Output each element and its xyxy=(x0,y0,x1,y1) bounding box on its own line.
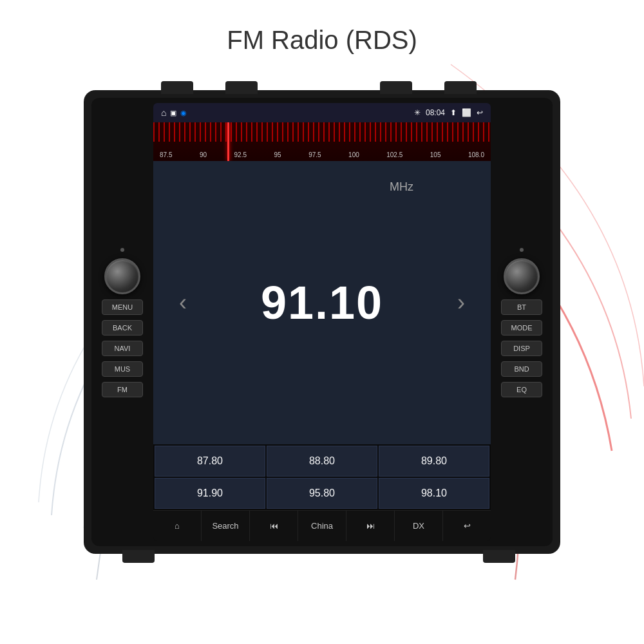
frequency-display: 91.10 xyxy=(187,276,457,329)
bracket-top-3 xyxy=(380,81,412,94)
signal-icon: ▣ xyxy=(170,109,176,117)
status-left: ⌂ ▣ ◉ xyxy=(161,108,187,118)
preset-5[interactable]: 95.80 xyxy=(267,478,377,509)
preset-1[interactable]: 87.80 xyxy=(155,446,265,477)
page-title: FM Radio (RDS) xyxy=(0,26,644,55)
car-unit: MENU BACK NAVI MUS FM ⌂ ▣ ◉ ✳ 08:04 ⬆ ⬜ xyxy=(84,90,560,554)
search-button[interactable]: Search xyxy=(202,511,250,541)
toolbar: ⌂ Search ⏮ China ⏭ DX ↩ xyxy=(153,510,491,541)
bt-button[interactable]: BT xyxy=(501,299,542,315)
right-indicator-dot xyxy=(520,248,524,252)
bracket-top-4 xyxy=(444,81,477,94)
mode-button[interactable]: MODE xyxy=(501,320,542,336)
home-status-icon: ⌂ xyxy=(161,108,166,118)
window-icon: ⬜ xyxy=(462,108,471,117)
bnd-button[interactable]: BND xyxy=(501,361,542,377)
inner-bezel: MENU BACK NAVI MUS FM ⌂ ▣ ◉ ✳ 08:04 ⬆ ⬜ xyxy=(91,98,553,546)
status-bar: ⌂ ▣ ◉ ✳ 08:04 ⬆ ⬜ ↩ xyxy=(153,103,491,122)
back-status-icon: ↩ xyxy=(477,108,483,117)
region-button[interactable]: China xyxy=(298,511,346,541)
ruler-bar xyxy=(153,122,491,142)
freq-mark-0: 87.5 xyxy=(160,151,172,158)
wifi-icon: ◉ xyxy=(180,109,187,117)
navi-button[interactable]: NAVI xyxy=(102,341,143,356)
freq-mark-1: 90 xyxy=(200,151,207,158)
eq-button[interactable]: EQ xyxy=(501,382,542,397)
freq-mark-5: 100 xyxy=(348,151,359,158)
status-time: 08:04 xyxy=(426,108,445,117)
freq-mark-7: 105 xyxy=(430,151,441,158)
freq-mark-3: 95 xyxy=(274,151,281,158)
home-button[interactable]: ⌂ xyxy=(153,511,202,541)
preset-4[interactable]: 91.90 xyxy=(155,478,265,509)
fm-ruler: 87.5 90 92.5 95 97.5 100 102.5 105 108.0 xyxy=(153,122,491,161)
next-button[interactable]: ⏭ xyxy=(346,511,395,541)
bracket-bottom-1 xyxy=(122,550,155,563)
screen: ⌂ ▣ ◉ ✳ 08:04 ⬆ ⬜ ↩ 87.5 90 xyxy=(153,103,491,541)
freq-prev-arrow[interactable]: ‹ xyxy=(179,289,187,316)
chevron-icon: ⬆ xyxy=(450,108,457,117)
left-panel: MENU BACK NAVI MUS FM xyxy=(97,247,148,397)
prev-button[interactable]: ⏮ xyxy=(250,511,298,541)
fm-button[interactable]: FM xyxy=(102,382,143,397)
preset-3[interactable]: 89.80 xyxy=(379,446,489,477)
mus-button[interactable]: MUS xyxy=(102,361,143,377)
dx-button[interactable]: DX xyxy=(395,511,443,541)
toolbar-back-button[interactable]: ↩ xyxy=(443,511,491,541)
freq-mark-8: 108.0 xyxy=(468,151,484,158)
freq-next-arrow[interactable]: › xyxy=(457,289,465,316)
right-panel: BT MODE DISP BND EQ xyxy=(496,247,547,397)
right-knob[interactable] xyxy=(504,258,540,294)
presets-grid: 87.80 88.80 89.80 91.90 95.80 98.10 xyxy=(153,444,491,510)
bracket-top-2 xyxy=(225,81,258,94)
bracket-top-1 xyxy=(161,81,193,94)
left-knob[interactable] xyxy=(104,258,140,294)
left-indicator-dot xyxy=(120,248,124,252)
freq-mark-2: 92.5 xyxy=(234,151,247,158)
bracket-bottom-2 xyxy=(483,550,515,563)
freq-display: ‹ 91.10 MHz › xyxy=(153,161,491,444)
freq-mark-4: 97.5 xyxy=(308,151,321,158)
freq-mark-6: 102.5 xyxy=(386,151,402,158)
disp-button[interactable]: DISP xyxy=(501,341,542,356)
menu-button[interactable]: MENU xyxy=(102,299,143,315)
freq-unit: MHz xyxy=(390,180,413,194)
ruler-scale: 87.5 90 92.5 95 97.5 100 102.5 105 108.0 xyxy=(153,142,491,161)
preset-2[interactable]: 88.80 xyxy=(267,446,377,477)
back-button[interactable]: BACK xyxy=(102,320,143,336)
preset-6[interactable]: 98.10 xyxy=(379,478,489,509)
bluetooth-icon: ✳ xyxy=(414,108,421,117)
status-right: ✳ 08:04 ⬆ ⬜ ↩ xyxy=(414,108,483,117)
